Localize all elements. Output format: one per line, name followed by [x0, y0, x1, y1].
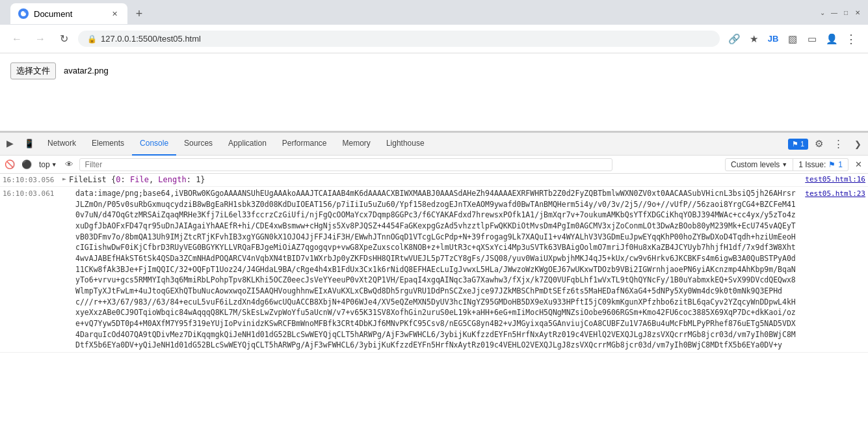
devtools-panel: ▶ 📱 Network Elements Console Sources App… — [0, 131, 868, 353]
puzzle-icon[interactable]: ▧ — [783, 30, 802, 48]
tab-performance[interactable]: Performance — [274, 133, 335, 156]
address-bar: ← → ↻ 🔒 127.0.0.1:5500/test05.html 🔗 ★ J… — [0, 25, 868, 53]
eye-icon[interactable]: 👁 — [62, 157, 77, 172]
context-selector[interactable]: top ▼ — [36, 159, 60, 171]
tab-application[interactable]: Application — [220, 133, 274, 156]
toolbar-right: 🔗 ★ JB ▧ ▭ 👤 ⋮ — [725, 30, 860, 48]
issues-count: 1 — [800, 140, 804, 148]
device-icon: 📱 — [24, 139, 34, 148]
chevron-down-icon: ▼ — [782, 161, 787, 168]
source-link-2[interactable]: test05.html:23 — [805, 188, 865, 198]
tab-bar: Document ✕ + — [5, 1, 812, 24]
console-row-2: 16:10:03.061 data:image/png;base64,iVBOR… — [0, 187, 868, 353]
forward-button[interactable]: → — [31, 30, 49, 48]
preserve-log-button[interactable]: ⚫ — [20, 157, 34, 172]
tab-network[interactable]: Network — [40, 133, 84, 156]
issue-icon: ⚑ — [828, 160, 835, 169]
tab-favicon — [18, 8, 29, 19]
filelist-len-key: Length — [158, 175, 186, 184]
issues-badge[interactable]: ⚑ 1 — [788, 139, 808, 150]
tab-lighthouse[interactable]: Lighthouse — [378, 133, 432, 156]
filelist-key: 0 — [116, 175, 120, 184]
address-url: 127.0.0.1:5500/test05.html — [101, 34, 711, 44]
tab-elements-label: Elements — [92, 139, 124, 148]
tab-memory[interactable]: Memory — [335, 133, 378, 156]
new-tab-button[interactable]: + — [130, 5, 148, 23]
tab-performance-label: Performance — [282, 139, 327, 148]
console-right-controls: Custom levels ▼ 1 Issue: ⚑ 1 ✕ — [725, 157, 865, 172]
tab-sources[interactable]: Sources — [176, 133, 220, 156]
title-bar: Document ✕ + ⌄ — □ ✕ — [0, 0, 868, 25]
issues-number: 1 — [838, 160, 843, 169]
issues-count-label: 1 Issue: — [798, 160, 826, 169]
console-toolbar: 🚫 ⚫ top ▼ 👁 Custom levels ▼ 1 Issue: ⚑ 1… — [0, 156, 868, 174]
filelist-len-val: : 1} — [187, 175, 205, 184]
close-console-button[interactable]: ✕ — [851, 157, 865, 172]
close-button[interactable]: ✕ — [852, 7, 863, 18]
back-button[interactable]: ← — [8, 30, 26, 48]
filelist-type: File — [130, 175, 149, 184]
filelist-colon: : — [121, 175, 130, 184]
tab-inspector[interactable]: ▶ — [1, 133, 19, 156]
bookmark-icon[interactable]: ★ — [744, 30, 763, 48]
more-options-icon[interactable]: ⋮ — [829, 135, 847, 153]
page-content: 选择文件 avatar2.png — [0, 53, 868, 131]
console-messages: 16:10:03.056 ► FileList {0: File, Length… — [0, 174, 868, 353]
inspector-icon: ▶ — [7, 138, 14, 148]
custom-levels-label: Custom levels — [731, 160, 780, 169]
custom-levels-dropdown[interactable]: Custom levels ▼ — [725, 158, 793, 171]
lock-icon: 🔒 — [87, 34, 97, 44]
tab-console-label: Console — [140, 139, 168, 148]
expand-button-1[interactable]: ► — [62, 175, 66, 182]
profile-icon[interactable]: 👤 — [822, 30, 841, 48]
file-name-label: avatar2.png — [64, 62, 109, 79]
timestamp-1: 16:10:03.056 — [3, 175, 60, 184]
devtools-tab-bar: ▶ 📱 Network Elements Console Sources App… — [0, 133, 868, 156]
menu-icon[interactable]: ⋮ — [842, 30, 860, 48]
clear-console-button[interactable]: 🚫 — [3, 157, 17, 172]
tab-title: Document — [34, 9, 104, 19]
tab-elements[interactable]: Elements — [84, 133, 132, 156]
tab-console[interactable]: Console — [132, 133, 176, 156]
tab-device-toggle[interactable]: 📱 — [19, 133, 40, 156]
filelist-text: FileList { — [69, 175, 116, 184]
tab-network-label: Network — [47, 139, 76, 148]
chevron-down-icon[interactable]: ⌄ — [817, 7, 828, 18]
source-link-1[interactable]: test05.html:16 — [805, 175, 865, 184]
file-input-button[interactable]: 选择文件 — [10, 62, 56, 79]
console-message-1: FileList {0: File, Length: 1} — [69, 175, 805, 184]
share-icon[interactable]: 🔗 — [725, 30, 743, 48]
timestamp-2: 16:10:03.061 — [3, 188, 60, 198]
chevron-right-icon[interactable]: ❯ — [848, 135, 867, 153]
active-tab[interactable]: Document ✕ — [10, 3, 127, 24]
issues-icon: ⚑ — [792, 140, 798, 148]
browser-window: Document ✕ + ⌄ — □ ✕ ← → ↻ 🔒 127.0.0.1:5… — [0, 0, 868, 353]
window-controls: ⌄ — □ ✕ — [817, 7, 863, 18]
filter-input[interactable] — [79, 158, 612, 171]
console-row-1: 16:10:03.056 ► FileList {0: File, Length… — [0, 174, 868, 187]
context-label: top — [39, 160, 50, 169]
sidebar-icon[interactable]: ▭ — [803, 30, 821, 48]
minimize-button[interactable]: — — [829, 7, 839, 18]
devtools-toolbar-right: ⚑ 1 ⚙ ⋮ ❯ — [788, 135, 867, 153]
reload-button[interactable]: ↻ — [55, 30, 73, 48]
console-message-2: data:image/png;base64,iVBORw0KGgoAAAANSU… — [75, 188, 800, 351]
extensions-icon[interactable]: JB — [764, 30, 782, 48]
tab-memory-label: Memory — [343, 139, 371, 148]
tab-close-button[interactable]: ✕ — [109, 8, 120, 19]
settings-icon[interactable]: ⚙ — [809, 135, 828, 153]
address-input[interactable]: 🔒 127.0.0.1:5500/test05.html — [78, 31, 720, 47]
tab-lighthouse-label: Lighthouse — [386, 139, 425, 148]
issues-count-display: 1 Issue: ⚑ 1 — [793, 158, 848, 171]
tab-sources-label: Sources — [184, 139, 213, 148]
chevron-down-icon: ▼ — [51, 161, 57, 168]
maximize-button[interactable]: □ — [841, 7, 851, 18]
tab-application-label: Application — [228, 139, 267, 148]
filelist-comma: , — [149, 175, 158, 184]
